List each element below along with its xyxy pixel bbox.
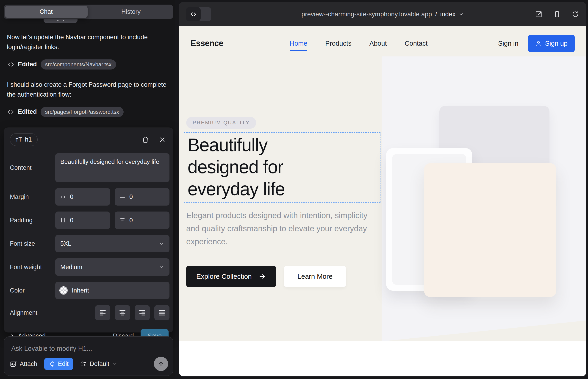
tab-chat[interactable]: Chat (4, 5, 89, 19)
font-size-label: Font size (10, 240, 55, 247)
code-icon (7, 109, 14, 115)
decorative-rectangle-cream (424, 163, 556, 297)
hero-cta-row: Explore Collection Learn More (186, 266, 346, 287)
selected-element-outline[interactable]: Beautifully designed for everyday life (184, 132, 380, 203)
refresh-button[interactable] (572, 10, 579, 18)
font-weight-label: Font weight (10, 264, 55, 271)
model-mode-select[interactable]: Default (80, 360, 117, 367)
element-tag-pill[interactable]: тT h1 (10, 133, 38, 146)
font-weight-row: Font weight Medium (4, 258, 173, 276)
margin-y-input[interactable]: 0 (115, 188, 170, 205)
element-tag-label: h1 (25, 136, 32, 143)
type-icon: тT (15, 136, 22, 143)
sliders-icon (80, 361, 87, 367)
attach-button[interactable]: Attach (10, 360, 37, 367)
url-domain: preview--charming-site-symphony.lovable.… (302, 11, 432, 18)
chevron-down-icon (158, 264, 164, 270)
color-swatch (59, 286, 68, 295)
close-editor-button[interactable] (158, 136, 166, 144)
chat-composer[interactable]: Ask Lovable to modify H1... Attach Edit … (4, 336, 173, 376)
color-row: Color Inherit (4, 282, 173, 299)
element-editor-panel: тT h1 Content Beautifully designed for e… (4, 127, 173, 332)
alignment-label: Alignment (10, 309, 55, 316)
preview-url[interactable]: preview--charming-site-symphony.lovable.… (302, 11, 464, 18)
hero-heading[interactable]: Beautifully designed for everyday life (187, 134, 285, 200)
padding-x-input[interactable]: 0 (55, 211, 110, 229)
nav-link-products[interactable]: Products (325, 40, 351, 47)
scrolled-chip-fragment (44, 19, 77, 23)
target-icon (49, 361, 56, 367)
lovable-app: Chat History Now let's update the Navbar… (0, 0, 588, 379)
edit-mode-button[interactable]: Edit (44, 358, 74, 370)
code-toggle-knob (186, 7, 201, 21)
content-label: Content (10, 164, 55, 171)
chevron-down-icon (112, 361, 117, 366)
font-size-row: Font size 5XL (4, 235, 173, 252)
alignment-row: Alignment (4, 305, 173, 320)
external-link-icon (535, 11, 542, 18)
site-logo[interactable]: Essence (191, 39, 223, 48)
assistant-message: I should also create a Forgot Password p… (7, 79, 169, 100)
edited-label: Edited (18, 61, 37, 68)
color-label: Color (10, 287, 55, 294)
editor-header: тT h1 (4, 128, 173, 147)
margin-x-input[interactable]: 0 (55, 188, 110, 205)
padding-y-input[interactable]: 0 (115, 211, 170, 229)
arrow-up-icon (157, 360, 164, 367)
edited-file-row[interactable]: Edited src/components/Navbar.tsx (7, 59, 169, 69)
margin-label: Margin (10, 193, 55, 201)
chat-history-tabbar: Chat History (4, 5, 173, 19)
preview-toolbar: preview--charming-site-symphony.lovable.… (179, 2, 586, 26)
mobile-device-icon (554, 11, 560, 18)
edited-label: Edited (18, 108, 37, 115)
trash-icon (142, 136, 149, 143)
learn-more-button[interactable]: Learn More (284, 266, 346, 287)
margin-horizontal-icon (60, 194, 66, 200)
align-center-button[interactable] (115, 305, 130, 320)
content-input[interactable]: Beautifully designed for everyday life (55, 153, 170, 182)
nav-link-home[interactable]: Home (290, 40, 307, 51)
user-icon (535, 40, 542, 47)
assistant-message: Now let's update the Navbar component to… (7, 32, 169, 52)
file-chip[interactable]: src/pages/ForgotPassword.tsx (41, 107, 124, 117)
hero-description: Elegant products designed with intention… (186, 209, 370, 248)
align-left-button[interactable] (95, 305, 110, 320)
premium-quality-badge: PREMIUM QUALITY (186, 117, 256, 129)
align-center-icon (119, 310, 126, 316)
mobile-view-button[interactable] (553, 10, 561, 18)
code-icon (190, 11, 197, 18)
align-right-button[interactable] (135, 305, 150, 320)
nav-link-about[interactable]: About (370, 40, 387, 47)
sign-in-link[interactable]: Sign in (498, 40, 519, 47)
padding-label: Padding (10, 217, 55, 224)
align-justify-button[interactable] (154, 305, 170, 320)
padding-horizontal-icon (60, 217, 66, 223)
chevron-down-icon (158, 241, 164, 247)
site-next-section (179, 341, 586, 376)
align-left-icon (99, 310, 106, 316)
code-view-toggle[interactable] (186, 7, 211, 21)
padding-row: Padding 0 0 (4, 211, 173, 229)
chevron-down-icon (459, 12, 464, 17)
send-button[interactable] (154, 357, 168, 371)
nav-link-contact[interactable]: Contact (405, 40, 428, 47)
edited-file-row[interactable]: Edited src/pages/ForgotPassword.tsx (7, 107, 169, 117)
preview-site: Essence Home Products About Contact Sign… (179, 26, 586, 376)
delete-element-button[interactable] (141, 136, 149, 144)
align-right-icon (139, 310, 146, 316)
sign-up-button[interactable]: Sign up (528, 35, 575, 52)
url-path: index (440, 11, 455, 18)
open-in-new-tab-button[interactable] (535, 10, 542, 18)
code-icon (7, 61, 14, 68)
tab-history[interactable]: History (89, 5, 173, 19)
site-nav-links: Home Products About Contact (290, 40, 428, 47)
close-icon (159, 137, 166, 143)
color-picker-field[interactable]: Inherit (55, 282, 170, 299)
attach-image-icon (10, 360, 17, 367)
file-chip[interactable]: src/components/Navbar.tsx (41, 59, 116, 69)
font-size-select[interactable]: 5XL (55, 235, 170, 252)
font-weight-select[interactable]: Medium (55, 258, 170, 276)
align-justify-icon (158, 310, 165, 316)
explore-collection-button[interactable]: Explore Collection (186, 266, 276, 287)
chat-sidebar: Chat History Now let's update the Navbar… (0, 0, 175, 379)
